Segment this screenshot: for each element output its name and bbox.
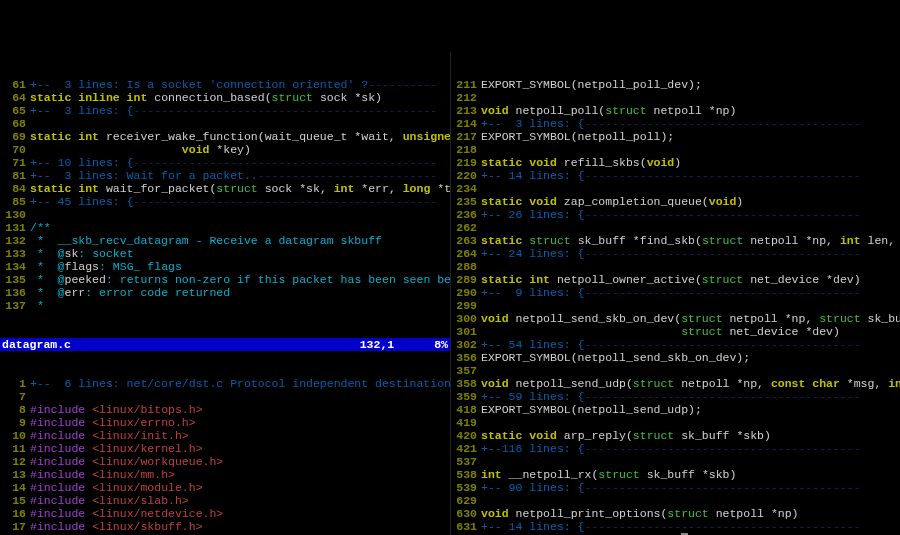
code-text[interactable]: /**: [30, 221, 450, 234]
code-text[interactable]: +-- 24 lines: {-------------------------…: [481, 247, 900, 260]
code-text[interactable]: +-- 14 lines: {-------------------------…: [481, 520, 900, 533]
pane-datagram[interactable]: 61+-- 3 lines: Is a socket 'connection o…: [0, 78, 450, 312]
code-text[interactable]: +-- 14 lines: {-------------------------…: [481, 169, 900, 182]
code-text[interactable]: #include <linux/init.h>: [30, 429, 450, 442]
code-text[interactable]: #include <linux/workqueue.h>: [30, 455, 450, 468]
code-text[interactable]: #include <linux/netdevice.h>: [30, 507, 450, 520]
code-text[interactable]: static int wait_for_packet(struct sock *…: [30, 182, 450, 195]
code-line[interactable]: 214+-- 3 lines: {-----------------------…: [451, 117, 900, 130]
code-line[interactable]: 12#include <linux/workqueue.h>: [0, 455, 450, 468]
code-line[interactable]: 137 *: [0, 299, 450, 312]
code-text[interactable]: #include <linux/mm.h>: [30, 468, 450, 481]
code-text[interactable]: [30, 117, 450, 130]
code-line[interactable]: 8#include <linux/bitops.h>: [0, 403, 450, 416]
code-line[interactable]: 212: [451, 91, 900, 104]
code-line[interactable]: 135 * @peeked: returns non-zero if this …: [0, 273, 450, 286]
code-line[interactable]: 419: [451, 416, 900, 429]
code-text[interactable]: +--116 lines: {-------------------------…: [481, 442, 900, 455]
code-line[interactable]: 357: [451, 364, 900, 377]
code-line[interactable]: 15#include <linux/slab.h>: [0, 494, 450, 507]
code-line[interactable]: 85+-- 45 lines: {-----------------------…: [0, 195, 450, 208]
code-text[interactable]: [481, 221, 900, 234]
code-text[interactable]: [30, 390, 450, 403]
code-line[interactable]: 136 * @err: error code returned: [0, 286, 450, 299]
code-text[interactable]: EXPORT_SYMBOL(netpoll_poll_dev);: [481, 78, 900, 91]
code-text[interactable]: +-- 26 lines: {-------------------------…: [481, 208, 900, 221]
code-text[interactable]: #include <linux/errno.h>: [30, 416, 450, 429]
code-text[interactable]: #include <linux/module.h>: [30, 481, 450, 494]
code-line[interactable]: 220+-- 14 lines: {----------------------…: [451, 169, 900, 182]
code-line[interactable]: 236+-- 26 lines: {----------------------…: [451, 208, 900, 221]
code-text[interactable]: EXPORT_SYMBOL(netpoll_send_udp);: [481, 403, 900, 416]
code-text[interactable]: [481, 260, 900, 273]
code-text[interactable]: int __netpoll_rx(struct sk_buff *skb): [481, 468, 900, 481]
code-text[interactable]: * @err: error code returned: [30, 286, 450, 299]
code-line[interactable]: 218: [451, 143, 900, 156]
code-line[interactable]: 132 * __skb_recv_datagram - Receive a da…: [0, 234, 450, 247]
code-text[interactable]: +-- 9 lines: {--------------------------…: [481, 286, 900, 299]
code-text[interactable]: * @peeked: returns non-zero if this pack…: [30, 273, 450, 286]
code-line[interactable]: 134 * @flags: MSG_ flags: [0, 260, 450, 273]
code-line[interactable]: 359+-- 59 lines: {----------------------…: [451, 390, 900, 403]
code-line[interactable]: 356EXPORT_SYMBOL(netpoll_send_skb_on_dev…: [451, 351, 900, 364]
code-text[interactable]: void netpoll_send_skb_on_dev(struct netp…: [481, 312, 900, 325]
code-line[interactable]: 537: [451, 455, 900, 468]
code-line[interactable]: 13#include <linux/mm.h>: [0, 468, 450, 481]
code-text[interactable]: void netpoll_poll(struct netpoll *np): [481, 104, 900, 117]
code-line[interactable]: 213void netpoll_poll(struct netpoll *np): [451, 104, 900, 117]
code-text[interactable]: [481, 494, 900, 507]
code-text[interactable]: static inline int connection_based(struc…: [30, 91, 450, 104]
code-text[interactable]: * @flags: MSG_ flags: [30, 260, 450, 273]
code-text[interactable]: static void arp_reply(struct sk_buff *sk…: [481, 429, 900, 442]
code-text[interactable]: #include <linux/slab.h>: [30, 494, 450, 507]
code-line[interactable]: 17#include <linux/skbuff.h>: [0, 520, 450, 533]
code-line[interactable]: 130: [0, 208, 450, 221]
code-text[interactable]: static int netpoll_owner_active(struct n…: [481, 273, 900, 286]
code-line[interactable]: 299: [451, 299, 900, 312]
code-line[interactable]: 262: [451, 221, 900, 234]
code-text[interactable]: [481, 299, 900, 312]
code-line[interactable]: 81+-- 3 lines: Wait for a packet..------…: [0, 169, 450, 182]
code-line[interactable]: 217EXPORT_SYMBOL(netpoll_poll);: [451, 130, 900, 143]
code-line[interactable]: 630void netpoll_print_options(struct net…: [451, 507, 900, 520]
code-text[interactable]: [481, 416, 900, 429]
code-text[interactable]: *: [30, 299, 450, 312]
code-line[interactable]: 219static void refill_skbs(void): [451, 156, 900, 169]
code-text[interactable]: void netpoll_print_options(struct netpol…: [481, 507, 900, 520]
code-text[interactable]: * @sk: socket: [30, 247, 450, 260]
code-text[interactable]: [481, 364, 900, 377]
code-text[interactable]: void *key): [30, 143, 450, 156]
code-line[interactable]: 1+-- 6 lines: net/core/dst.c Protocol in…: [0, 377, 450, 390]
code-line[interactable]: 288: [451, 260, 900, 273]
code-line[interactable]: 539+-- 90 lines: {----------------------…: [451, 481, 900, 494]
code-line[interactable]: 11#include <linux/kernel.h>: [0, 442, 450, 455]
code-line[interactable]: 71+-- 10 lines: {-----------------------…: [0, 156, 450, 169]
code-line[interactable]: 7: [0, 390, 450, 403]
code-line[interactable]: 14#include <linux/module.h>: [0, 481, 450, 494]
code-line[interactable]: 300void netpoll_send_skb_on_dev(struct n…: [451, 312, 900, 325]
code-text[interactable]: [481, 143, 900, 156]
code-line[interactable]: 234: [451, 182, 900, 195]
code-text[interactable]: #include <linux/kernel.h>: [30, 442, 450, 455]
code-text[interactable]: static int receiver_wake_function(wait_q…: [30, 130, 450, 143]
code-line[interactable]: 289static int netpoll_owner_active(struc…: [451, 273, 900, 286]
code-text[interactable]: * __skb_recv_datagram - Receive a datagr…: [30, 234, 450, 247]
code-text[interactable]: EXPORT_SYMBOL(netpoll_send_skb_on_dev);: [481, 351, 900, 364]
code-text[interactable]: struct net_device *dev): [481, 325, 900, 338]
code-line[interactable]: 264+-- 24 lines: {----------------------…: [451, 247, 900, 260]
code-text[interactable]: static void refill_skbs(void): [481, 156, 900, 169]
code-line[interactable]: 16#include <linux/netdevice.h>: [0, 507, 450, 520]
code-text[interactable]: +-- 3 lines: Is a socket 'connection ori…: [30, 78, 450, 91]
code-line[interactable]: 235static void zap_completion_queue(void…: [451, 195, 900, 208]
code-line[interactable]: 421+--116 lines: {----------------------…: [451, 442, 900, 455]
code-text[interactable]: +-- 3 lines: Wait for a packet..--------…: [30, 169, 450, 182]
code-line[interactable]: 70 void *key): [0, 143, 450, 156]
code-line[interactable]: 68: [0, 117, 450, 130]
code-line[interactable]: 420static void arp_reply(struct sk_buff …: [451, 429, 900, 442]
code-text[interactable]: +-- 6 lines: net/core/dst.c Protocol ind…: [30, 377, 450, 390]
code-text[interactable]: [481, 455, 900, 468]
code-line[interactable]: 301 struct net_device *dev): [451, 325, 900, 338]
code-line[interactable]: 263static struct sk_buff *find_skb(struc…: [451, 234, 900, 247]
code-line[interactable]: 65+-- 3 lines: {------------------------…: [0, 104, 450, 117]
code-line[interactable]: 290+-- 9 lines: {-----------------------…: [451, 286, 900, 299]
